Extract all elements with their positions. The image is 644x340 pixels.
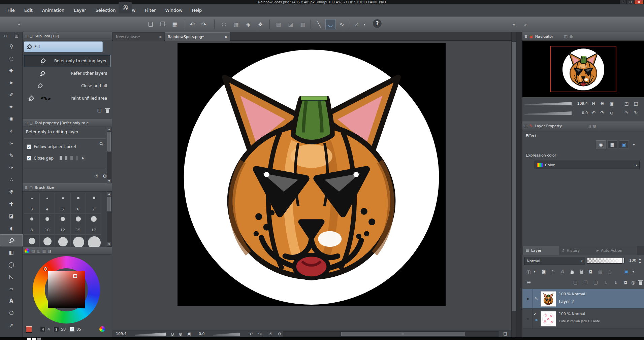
status-zoom-in-icon[interactable]: ⊕ [177,331,184,337]
layer-filter-icon[interactable]: ☵ [524,278,533,286]
menu-animation[interactable]: Animation [37,8,69,13]
spinner-up-icon[interactable]: ▲ [638,257,642,261]
undo-icon[interactable]: ↶ [187,19,197,29]
nav-zoom-out-icon[interactable]: ⊖ [590,100,597,107]
ruler-link-icon[interactable]: ▨ [596,268,605,276]
brush-scrollbar[interactable]: ▲ ▼ [107,192,111,247]
opacity-slider[interactable] [587,258,625,264]
color-mixer-tab-icon[interactable]: ◨ [48,249,51,253]
vertical-scrollbar-thumb[interactable] [512,42,516,311]
effect-border-icon[interactable]: ◉ [596,140,606,148]
subtool-group-fill[interactable]: Fill [24,41,103,52]
fill-command-icon[interactable]: ◈ [243,19,253,29]
panel-toggle-icon[interactable]: ⊟ [524,124,527,128]
transform-icon[interactable]: ❖ [255,19,265,29]
navigator-preview[interactable] [522,41,644,97]
tool-panel-toggle-icon[interactable]: ⊟ [1,33,10,38]
layer-list-empty-area[interactable] [522,329,644,337]
menu-filter[interactable]: Filter [140,8,160,13]
tool-operation[interactable]: ➢ [0,137,23,149]
tool-pencil[interactable]: ✎ [0,149,23,162]
swatch-chip-white[interactable] [27,338,31,340]
gap-level-2[interactable] [65,156,68,161]
layer-row[interactable]: ✔ ✒ 100 % Normal Cute Pumpkin Jack O Lan… [522,309,644,329]
scroll-down-icon[interactable]: ▼ [107,179,111,183]
subview-tab-icon[interactable]: ◫ [564,34,568,39]
gap-level-4[interactable] [75,156,78,161]
lp-tab3-icon[interactable]: ◍ [593,124,597,128]
select-pen-icon[interactable]: ▨ [273,19,284,29]
menu-selection[interactable]: Selection [91,8,120,13]
navigator-zoom-slider[interactable] [524,102,572,105]
gap-level-1[interactable] [59,156,62,161]
current-color-swatch[interactable] [26,326,32,332]
layer-thumbnail[interactable] [541,291,556,307]
brush-size-cell[interactable]: 17 [86,214,101,235]
status-zoom-value[interactable]: 109.4 [116,332,127,336]
tool-ellipse[interactable]: ◯ [0,259,23,271]
tool-eraser[interactable]: ◪ [0,210,23,222]
tool-sparkle[interactable]: ✺ [0,113,23,125]
toolprop-option-closegap[interactable]: ✓ Close gap ▶ [27,155,86,161]
brush-size-cell[interactable] [86,235,101,247]
tool-line-correct[interactable]: ✐ [0,89,23,101]
subtool-item-refer-editing[interactable]: Refer only to editing layer [24,55,110,67]
layer-thumbnail[interactable] [541,311,556,327]
tab-rainbowspots[interactable]: RainbowSpots.png* ● [165,32,230,41]
vertical-scrollbar[interactable] [511,32,517,337]
panel-splitter[interactable] [517,32,522,337]
canvas-artwork[interactable] [180,43,443,306]
status-option-icon[interactable]: ⚙ [276,331,283,337]
brush-size-cell[interactable]: 4 [39,193,55,214]
status-fit-icon[interactable]: ▣ [186,331,193,337]
swatch-chip-white[interactable] [32,338,36,340]
navigator-zoom-value[interactable]: 109.4 [573,101,588,106]
brush-size-cell[interactable]: 15 [70,214,86,235]
layer-name[interactable]: Cute Pumpkin Jack O Lante [559,319,606,323]
ruler-dropdown-icon[interactable]: ▾ [362,21,367,28]
status-rotate-cw-icon[interactable]: ↷ [257,331,263,337]
nav-fit-icon[interactable]: ▣ [608,100,615,107]
sv-square[interactable] [48,271,85,308]
layer-row-selected[interactable]: ✎ 100 % Normal Layer 2 [522,289,644,309]
opacity-spinner[interactable]: ▲ ▼ [638,257,642,265]
checkbox-close-gap[interactable]: ✓ [27,156,31,161]
new-canvas-icon[interactable]: ❏ [146,19,156,29]
layer-name[interactable]: Layer 2 [559,299,574,304]
tool-object[interactable]: ➤ [0,77,23,89]
tool-blend[interactable]: ◖ [0,222,23,234]
enable-mask-icon[interactable]: ◘ [586,268,595,276]
status-rotation-slider[interactable] [213,333,240,336]
special-ruler-snap-icon[interactable]: ∿ [337,19,347,29]
blend-mode-dropdown[interactable]: Normal ▾ [524,257,585,265]
expression-color-dropdown[interactable]: Color ▾ [535,161,640,169]
navigator-rotation-value[interactable]: 0.0 [573,111,588,115]
layer-color-dropdown-icon[interactable]: ▾ [631,268,636,276]
effect-layer-color-icon[interactable]: ▣ [619,140,629,148]
brush-size-cell[interactable]: 10 [39,214,55,235]
panel-toggle-icon[interactable]: ⊟ [25,186,27,190]
brush-size-cell[interactable]: 5 [55,193,70,214]
checkbox-follow-adjacent[interactable]: ✓ [27,144,31,149]
redo-icon[interactable]: ↷ [199,19,209,29]
color-history-tab-icon[interactable]: ▥ [42,249,46,253]
gap-expand-icon[interactable]: ▶ [81,155,86,161]
layer-property-header[interactable]: ⊟ ✎ Layer Property ◫ ◍ [522,122,644,130]
nav-zoom-in-icon[interactable]: ⊕ [599,100,606,107]
lock-transparent-icon[interactable] [577,268,586,276]
effect-dropdown-icon[interactable]: ▾ [630,140,638,148]
spinner-down-icon[interactable]: ▼ [638,261,642,265]
lp-tab2-icon[interactable]: ◫ [587,124,591,128]
tool-airbrush[interactable]: ∴ [0,174,23,186]
color-slider-tab-icon[interactable]: ▤ [31,249,35,253]
tool-fill[interactable] [0,234,23,246]
help-icon[interactable]: ? [373,19,382,28]
hue-cursor[interactable] [44,267,47,271]
tool-eyedropper[interactable]: ✧ [0,125,23,137]
clipping-icon[interactable]: ◙ [539,268,548,276]
right-panel-expand-icon[interactable]: » [523,21,528,28]
toolprop-option-adjacent[interactable]: ✓ Follow adjacent pixel [27,144,76,149]
transfer-down-icon[interactable]: ⇩ [601,278,610,286]
brush-menu-icon[interactable]: ◫ [29,186,32,190]
new-layer-icon[interactable]: ❏ [571,278,580,286]
